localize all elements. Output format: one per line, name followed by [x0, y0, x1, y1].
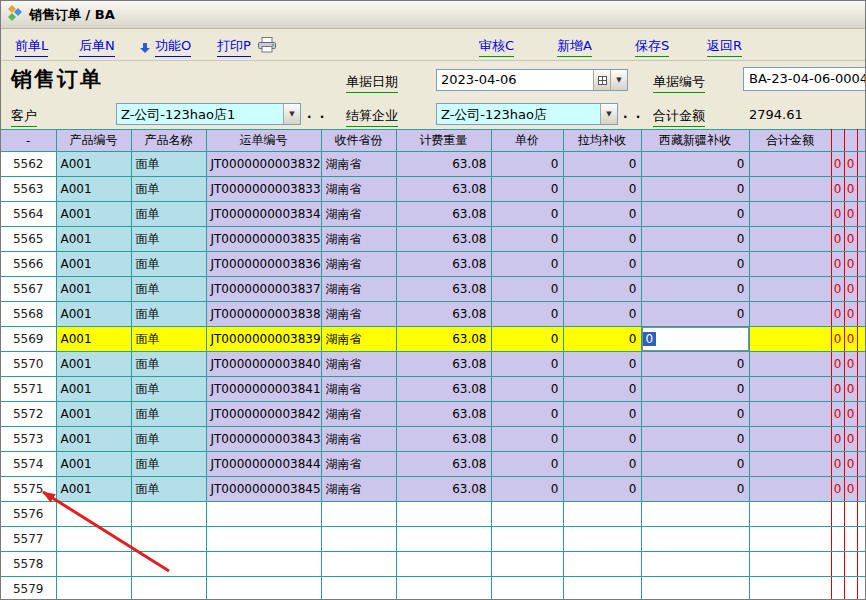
cell-line-total[interactable] [749, 377, 831, 402]
cell-product-name[interactable]: 面单 [131, 377, 206, 402]
cell-empty[interactable] [844, 502, 857, 527]
cell-empty[interactable] [831, 527, 844, 552]
cell-product-code[interactable]: A001 [56, 177, 131, 202]
cell-empty[interactable] [831, 552, 844, 577]
settle-dropdown-arrow-icon[interactable]: ▼ [600, 104, 617, 124]
cell-extra[interactable]: 0 [844, 327, 857, 352]
cell-weight[interactable]: 63.08 [396, 302, 491, 327]
cell-province[interactable]: 湖南省 [321, 227, 396, 252]
cell-extra[interactable]: 0 [844, 377, 857, 402]
cell-avg-surcharge[interactable]: 0 [563, 277, 641, 302]
table-row-5565[interactable]: 5565A001面单JT0000000003835湖南省63.0800000 [1, 227, 866, 252]
table-row-5566[interactable]: 5566A001面单JT0000000003836湖南省63.0800000 [1, 252, 866, 277]
customer-select[interactable]: Z-公司-123hao店1 ▼ [116, 103, 301, 125]
cell-waybill-no[interactable]: JT0000000003839 [206, 327, 321, 352]
cell-empty[interactable] [844, 527, 857, 552]
cell-product-name[interactable]: 面单 [131, 227, 206, 252]
cell-waybill-no[interactable]: JT0000000003833 [206, 177, 321, 202]
cell-extra[interactable]: 0 [831, 177, 844, 202]
cell-line-total[interactable] [749, 152, 831, 177]
cell-product-code[interactable]: A001 [56, 152, 131, 177]
customer-dropdown-arrow-icon[interactable]: ▼ [283, 104, 300, 124]
cell-empty[interactable] [563, 527, 641, 552]
cell-empty[interactable] [563, 502, 641, 527]
cell-extra[interactable]: 0 [831, 477, 844, 502]
cell-xj-surcharge[interactable]: 0 [641, 202, 749, 227]
cell-empty[interactable] [491, 552, 563, 577]
cell-waybill-no[interactable]: JT0000000003837 [206, 277, 321, 302]
cell-extra[interactable]: 0 [844, 427, 857, 452]
cell-extra[interactable]: 0 [844, 252, 857, 277]
cell-line-total[interactable] [749, 252, 831, 277]
audit-button[interactable]: 审核C [479, 37, 514, 57]
cell-extra[interactable]: 0 [831, 152, 844, 177]
cell-xj-surcharge[interactable]: 0 [641, 427, 749, 452]
cell-empty[interactable] [844, 577, 857, 600]
doc-date-picker[interactable]: 2023-04-06 ▼ [436, 69, 628, 91]
table-row-5562[interactable]: 5562A001面单JT0000000003832湖南省63.0800000 [1, 152, 866, 177]
cell-waybill-no[interactable]: JT0000000003843 [206, 427, 321, 452]
cell-avg-surcharge[interactable]: 0 [563, 452, 641, 477]
row-number[interactable]: 5568 [1, 302, 56, 327]
settle-company-label[interactable]: 结算企业 [346, 107, 398, 127]
row-number[interactable]: 5567 [1, 277, 56, 302]
cell-xj-surcharge[interactable]: 0 [641, 152, 749, 177]
cell-province[interactable]: 湖南省 [321, 177, 396, 202]
cell-extra[interactable]: 0 [831, 352, 844, 377]
row-number[interactable]: 5575 [1, 477, 56, 502]
cell-empty[interactable] [396, 527, 491, 552]
cell-avg-surcharge[interactable]: 0 [563, 477, 641, 502]
cell-extra[interactable] [857, 352, 866, 377]
cell-empty[interactable] [831, 577, 844, 600]
cell-waybill-no[interactable]: JT0000000003832 [206, 152, 321, 177]
cell-extra[interactable]: 0 [844, 152, 857, 177]
cell-extra[interactable]: 0 [844, 202, 857, 227]
cell-extra[interactable]: 0 [831, 252, 844, 277]
cell-product-name[interactable]: 面单 [131, 252, 206, 277]
cell-empty[interactable] [563, 577, 641, 600]
cell-province[interactable]: 湖南省 [321, 152, 396, 177]
cell-extra[interactable] [857, 477, 866, 502]
cell-extra[interactable] [857, 252, 866, 277]
cell-province[interactable]: 湖南省 [321, 477, 396, 502]
cell-avg-surcharge[interactable]: 0 [563, 427, 641, 452]
cell-product-code[interactable]: A001 [56, 302, 131, 327]
cell-product-code[interactable]: A001 [56, 427, 131, 452]
cell-product-code[interactable]: A001 [56, 277, 131, 302]
cell-product-name[interactable]: 面单 [131, 427, 206, 452]
cell-unit-price[interactable]: 0 [491, 352, 563, 377]
cell-empty[interactable] [563, 552, 641, 577]
cell-product-name[interactable]: 面单 [131, 327, 206, 352]
cell-empty[interactable] [131, 552, 206, 577]
cell-extra[interactable]: 0 [831, 302, 844, 327]
cell-province[interactable]: 湖南省 [321, 402, 396, 427]
cell-extra[interactable] [857, 227, 866, 252]
cell-product-name[interactable]: 面单 [131, 302, 206, 327]
cell-weight[interactable]: 63.08 [396, 327, 491, 352]
cell-empty[interactable] [749, 552, 831, 577]
cell-empty[interactable] [56, 577, 131, 600]
calendar-icon[interactable] [593, 70, 610, 90]
table-row-5569[interactable]: 5569A001面单JT0000000003839湖南省63.0800000 [1, 327, 866, 352]
cell-empty[interactable] [831, 502, 844, 527]
cell-extra[interactable] [857, 327, 866, 352]
cell-product-code[interactable]: A001 [56, 252, 131, 277]
cell-province[interactable]: 湖南省 [321, 327, 396, 352]
cell-province[interactable]: 湖南省 [321, 352, 396, 377]
cell-product-name[interactable]: 面单 [131, 402, 206, 427]
cell-extra[interactable]: 0 [844, 402, 857, 427]
row-number[interactable]: 5564 [1, 202, 56, 227]
cell-xj-surcharge[interactable]: 0 [641, 477, 749, 502]
cell-unit-price[interactable]: 0 [491, 227, 563, 252]
doc-no-field[interactable]: BA-23-04-06-0004 [743, 67, 866, 91]
cell-xj-surcharge[interactable]: 0 [641, 377, 749, 402]
cell-empty[interactable] [206, 502, 321, 527]
cell-empty[interactable] [396, 577, 491, 600]
cell-waybill-no[interactable]: JT0000000003836 [206, 252, 321, 277]
back-button[interactable]: 返回R [707, 37, 742, 57]
cell-weight[interactable]: 63.08 [396, 377, 491, 402]
cell-empty[interactable] [206, 527, 321, 552]
cell-unit-price[interactable]: 0 [491, 252, 563, 277]
cell-extra[interactable]: 0 [831, 452, 844, 477]
cell-extra[interactable]: 0 [831, 377, 844, 402]
